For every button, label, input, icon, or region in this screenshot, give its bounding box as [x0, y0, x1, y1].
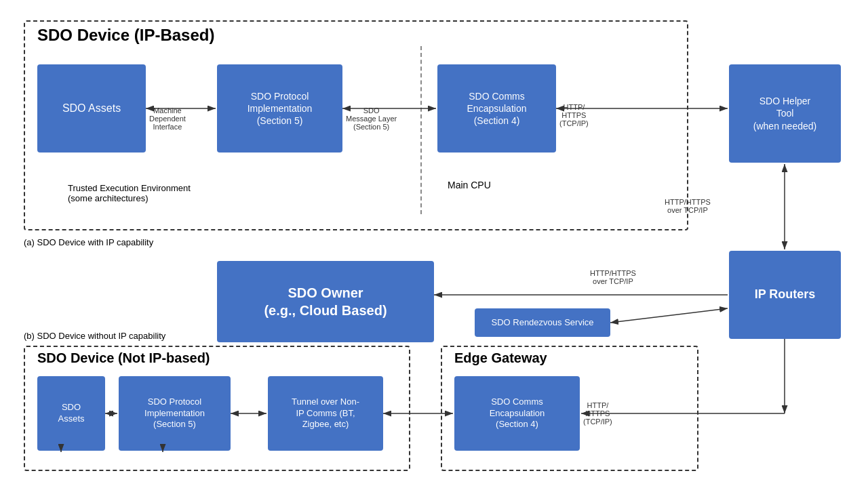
trusted-execution-label: Trusted Execution Environment (some arch… — [68, 183, 191, 203]
sdo-comms-top: SDO Comms Encapsulation (Section 4) — [437, 64, 556, 152]
machine-dependent-label: Machine Dependent Interface — [149, 98, 186, 131]
sdo-owner: SDO Owner (e.g., Cloud Based) — [217, 261, 434, 342]
tunnel-box: Tunnel over Non- IP Comms (BT, Zigbee, e… — [268, 376, 383, 451]
http-https-bottom-label: HTTP/ HTTPS (TCP/IP) — [583, 393, 612, 426]
sdo-helper-tool: SDO Helper Tool (when needed) — [729, 64, 841, 163]
sdo-protocol-bottom: SDO Protocol Implementation (Section 5) — [119, 376, 231, 451]
http-https-tcp-top-label: HTTP/ HTTPS (TCP/IP) — [559, 95, 589, 127]
sdo-assets-bottom: SDO Assets — [37, 376, 105, 451]
http-https-over-tcp-mid-label: HTTP/HTTPS over TCP/IP — [590, 261, 636, 285]
diagram: SDO Device (IP-Based) Trusted Execution … — [0, 0, 868, 488]
edge-gateway-label: Edge Gateway — [454, 350, 547, 366]
main-cpu-label: Main CPU — [448, 180, 491, 190]
sdo-message-layer-label: SDO Message Layer (Section 5) — [346, 98, 397, 131]
tee-divider — [420, 46, 422, 214]
sdo-comms-bottom: SDO Comms Encapsulation (Section 4) — [454, 376, 580, 451]
bottom-device-label: SDO Device (Not IP-based) — [37, 350, 210, 366]
sublabel-a: (a) SDO Device with IP capability — [24, 237, 153, 247]
ip-routers: IP Routers — [729, 251, 841, 339]
svg-line-7 — [610, 308, 728, 323]
http-https-over-tcp-top-label: HTTP/HTTPS over TCP/IP — [665, 190, 711, 214]
sublabel-b: (b) SDO Device without IP capability — [24, 331, 165, 341]
top-device-label: SDO Device (IP-Based) — [37, 26, 214, 45]
sdo-protocol-top: SDO Protocol Implementation (Section 5) — [217, 64, 342, 152]
sdo-assets-top: SDO Assets — [37, 64, 146, 152]
sdo-rendezvous: SDO Rendezvous Service — [475, 308, 610, 337]
